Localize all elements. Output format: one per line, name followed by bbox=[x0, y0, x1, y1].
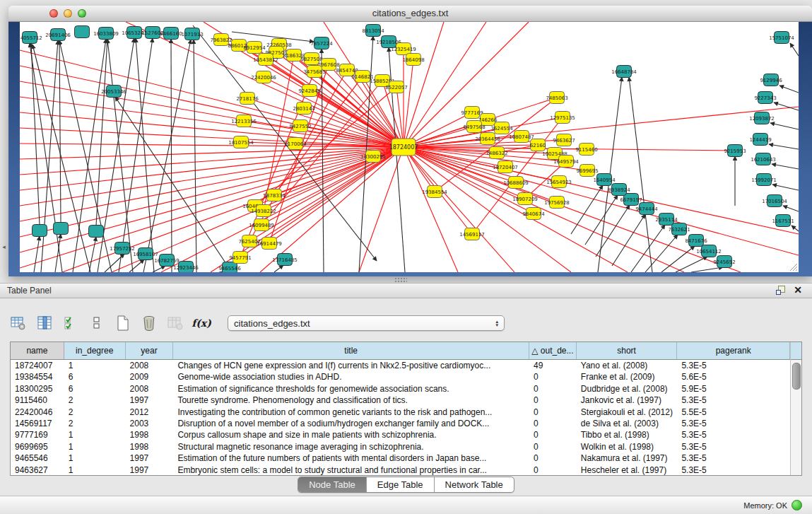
graph-node[interactable]: 18907209 bbox=[512, 193, 538, 205]
table-panel: Table Panel ✕ f(x) citations_edges.t bbox=[0, 283, 812, 495]
graph-node[interactable]: 1864098 bbox=[402, 54, 424, 66]
table-row[interactable]: 1938455462009Genome-wide association stu… bbox=[11, 371, 790, 382]
column-header-pagerank[interactable]: pagerank bbox=[677, 342, 790, 359]
graph-node[interactable]: 15751074 bbox=[769, 32, 794, 44]
svg-text:16210643: 16210643 bbox=[751, 157, 776, 163]
graph-node[interactable]: 9115460 bbox=[575, 144, 597, 156]
column-header-short[interactable]: short bbox=[577, 342, 678, 359]
graph-node[interactable]: 1071913 bbox=[181, 28, 203, 40]
graph-node[interactable]: 14055712 bbox=[20, 32, 42, 44]
graph-node[interactable]: 8427552 bbox=[289, 120, 311, 132]
svg-text:14938222: 14938222 bbox=[251, 209, 276, 214]
network-canvas[interactable]: 1405571220691406160338091065324715276026… bbox=[20, 22, 799, 272]
graph-node[interactable]: 1640954 bbox=[593, 174, 616, 186]
vertical-scrollbar[interactable] bbox=[790, 342, 801, 475]
graph-node[interactable] bbox=[54, 223, 69, 235]
graph-node[interactable]: 9215953 bbox=[724, 145, 746, 157]
graph-node[interactable]: 9699695 bbox=[576, 165, 598, 177]
tab-edge-table[interactable]: Edge Table bbox=[367, 477, 435, 492]
graph-node[interactable]: 19756928 bbox=[544, 197, 570, 209]
graph-node[interactable]: 8813054 bbox=[362, 25, 384, 37]
table-cell: 0 bbox=[529, 383, 577, 395]
graph-node[interactable]: 2803144 bbox=[293, 103, 315, 115]
table-cell: 9777169 bbox=[11, 429, 64, 440]
graph-node[interactable] bbox=[33, 225, 47, 237]
svg-text:10654112: 10654112 bbox=[696, 249, 722, 255]
graph-node[interactable]: 62160 bbox=[530, 139, 546, 151]
graph-node[interactable] bbox=[75, 26, 90, 38]
delete-column-icon[interactable] bbox=[141, 315, 158, 332]
graph-node[interactable]: 9227343 bbox=[754, 92, 776, 104]
graph-node[interactable]: 9129946 bbox=[760, 74, 782, 86]
network-canvas-svg[interactable]: 1405571220691406160338091065324715276026… bbox=[20, 22, 799, 272]
table-row[interactable]: 969969511998Structural magnetic resonanc… bbox=[11, 441, 790, 452]
table-row[interactable]: 1830029562008Estimation of significance … bbox=[11, 383, 790, 395]
graph-node[interactable]: 10654112 bbox=[696, 245, 722, 257]
tab-network-table[interactable]: Network Table bbox=[435, 477, 514, 492]
graph-node[interactable]: 15992071 bbox=[751, 174, 777, 186]
window-titlebar[interactable]: citations_edges.txt bbox=[8, 6, 812, 22]
svg-text:1071913: 1071913 bbox=[181, 32, 203, 37]
graph-node[interactable]: 9463627 bbox=[553, 134, 575, 146]
graph-node[interactable]: 18107554 bbox=[228, 136, 254, 148]
graph-node[interactable]: 16210643 bbox=[751, 153, 776, 165]
graph-node[interactable] bbox=[89, 226, 104, 238]
row-height-icon[interactable] bbox=[88, 315, 105, 332]
table-row[interactable]: 1872400712008Changes of HCN gene express… bbox=[11, 360, 790, 371]
graph-node[interactable]: 7857224 bbox=[310, 37, 333, 49]
graph-node[interactable]: 1244419 bbox=[749, 134, 771, 146]
column-header-in_degree[interactable]: in_degree bbox=[64, 342, 126, 359]
create-column-icon[interactable] bbox=[114, 315, 131, 332]
table-row[interactable]: 946554611997Estimation of the future num… bbox=[11, 452, 790, 464]
graph-node[interactable]: 15654923 bbox=[546, 176, 572, 188]
table-row[interactable]: 977716911998Corpus callosum shape and si… bbox=[11, 429, 790, 440]
graph-node[interactable]: 9474444 bbox=[635, 203, 658, 215]
table-row[interactable]: 2242004622012Investigating the contribut… bbox=[11, 407, 790, 418]
svg-text:10807487: 10807487 bbox=[509, 134, 534, 140]
graph-node[interactable]: 20053346 bbox=[101, 86, 126, 98]
scrollbar-thumb[interactable] bbox=[792, 363, 801, 390]
graph-node[interactable]: 13716485 bbox=[272, 254, 298, 266]
graph-node[interactable]: 12975135 bbox=[550, 112, 575, 124]
graph-node[interactable]: 19384554 bbox=[422, 186, 447, 198]
graph-node[interactable]: 12093872 bbox=[749, 112, 775, 124]
graph-node[interactable]: 8471676 bbox=[685, 235, 707, 247]
graph-node[interactable]: 1167531 bbox=[772, 215, 794, 227]
float-panel-icon[interactable] bbox=[776, 286, 785, 295]
side-panel-collapse-arrow-icon[interactable]: ◂ bbox=[1, 242, 7, 252]
graph-node[interactable]: 17016504 bbox=[762, 195, 787, 207]
show-columns-icon[interactable] bbox=[36, 315, 53, 332]
canvas-resize-grip[interactable] bbox=[790, 264, 797, 271]
tab-node-table[interactable]: Node Table bbox=[298, 477, 367, 492]
table-selector-value: citations_edges.txt bbox=[234, 318, 310, 329]
graph-node[interactable]: 7485063 bbox=[546, 92, 567, 104]
table-row[interactable]: 911546021997Tourette syndrome. Phenomeno… bbox=[11, 395, 790, 406]
table-row[interactable]: 946362711997Embryonic stem cells: a mode… bbox=[11, 465, 790, 475]
table-selector-dropdown[interactable]: citations_edges.txt ▴▾ bbox=[228, 315, 505, 331]
close-panel-icon[interactable]: ✕ bbox=[794, 285, 802, 295]
table-cell: 9699695 bbox=[11, 441, 64, 452]
column-header-out_de[interactable]: △ out_de... bbox=[529, 342, 577, 359]
table-row[interactable]: 1456911722003Disruption of a novel membe… bbox=[11, 418, 790, 429]
graph-node[interactable]: 20691406 bbox=[45, 29, 71, 41]
column-header-year[interactable]: year bbox=[126, 342, 174, 359]
node-layer: 1405571220691406160338091065324715276026… bbox=[20, 25, 794, 273]
select-rows-icon[interactable] bbox=[62, 315, 79, 332]
graph-node[interactable]: 10688609 bbox=[503, 177, 529, 189]
graph-node[interactable]: 16648784 bbox=[611, 66, 637, 78]
horizontal-splitter-handle[interactable] bbox=[394, 277, 407, 282]
column-header-title[interactable]: title bbox=[173, 342, 529, 359]
svg-text:7963822: 7963822 bbox=[210, 37, 232, 43]
function-builder-icon[interactable]: f(x) bbox=[193, 315, 210, 332]
svg-text:17957252: 17957252 bbox=[110, 246, 135, 252]
graph-node[interactable]: 14569117 bbox=[459, 228, 485, 240]
graph-node[interactable]: 18724007 bbox=[389, 139, 418, 156]
graph-node[interactable]: 2718176 bbox=[236, 93, 259, 105]
graph-node[interactable]: 6466160 bbox=[160, 28, 182, 40]
column-header-name[interactable]: name bbox=[11, 342, 64, 359]
graph-node[interactable]: 9245652 bbox=[713, 256, 735, 268]
graph-node[interactable]: 16033809 bbox=[93, 28, 119, 40]
graph-node[interactable]: 16099489 bbox=[249, 219, 274, 231]
graph-node[interactable]: 9457791 bbox=[229, 252, 251, 264]
table-mode-icon[interactable] bbox=[10, 315, 27, 332]
